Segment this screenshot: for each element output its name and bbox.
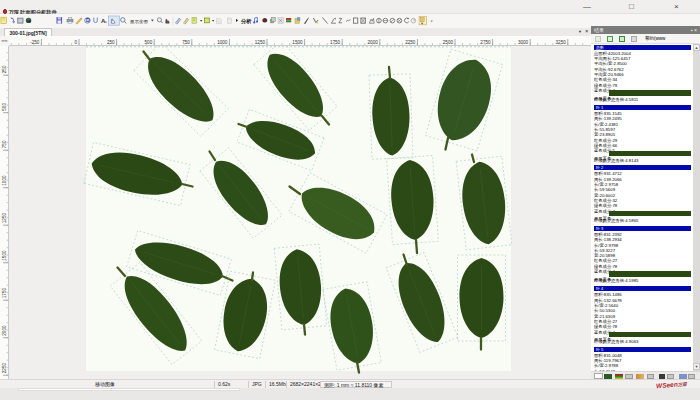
svg-text:1500: 1500 <box>292 40 303 45</box>
svg-text:3000: 3000 <box>518 40 529 45</box>
svg-text:750: 750 <box>182 40 190 45</box>
svg-text:500: 500 <box>145 40 153 45</box>
svg-text:1750: 1750 <box>330 40 341 45</box>
svg-text:500: 500 <box>3 103 8 111</box>
svg-text:2750: 2750 <box>480 40 491 45</box>
svg-text:显示全图: 显示全图 <box>129 19 148 24</box>
svg-text:1000: 1000 <box>217 40 228 45</box>
svg-text:250: 250 <box>107 40 115 45</box>
svg-text:0: 0 <box>74 40 77 45</box>
svg-text:250: 250 <box>3 65 8 73</box>
svg-text:1250: 1250 <box>255 40 266 45</box>
svg-text:分析: 分析 <box>240 18 252 25</box>
svg-text:2250: 2250 <box>405 40 416 45</box>
svg-text:2000: 2000 <box>368 40 379 45</box>
svg-text:750: 750 <box>3 140 8 148</box>
svg-text:2500: 2500 <box>443 40 454 45</box>
svg-text:D: D <box>86 17 90 23</box>
svg-text:-250: -250 <box>30 40 40 45</box>
svg-text:3250: 3250 <box>556 40 567 45</box>
